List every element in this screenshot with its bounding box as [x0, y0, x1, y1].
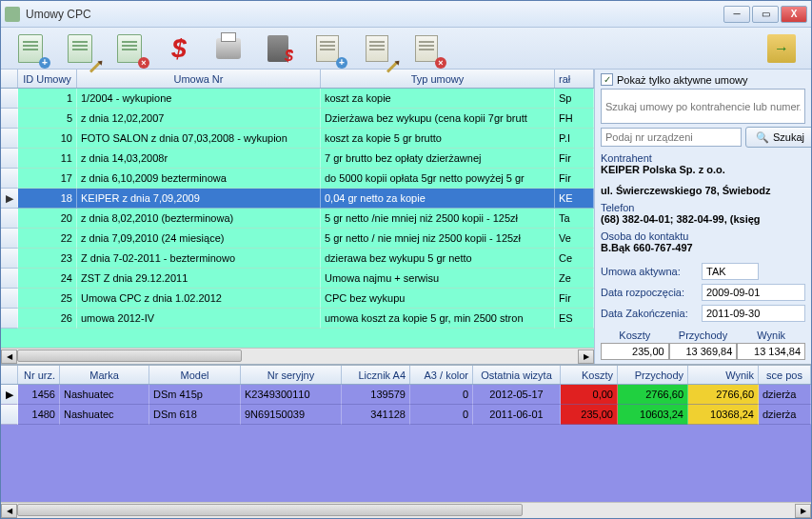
table-row[interactable]: 23Z dnia 7-02-2011 - bezterminowodzieraw…: [1, 249, 594, 269]
kontrahent-value: KEIPER Polska Sp. z o.o.: [601, 164, 805, 175]
row-selector[interactable]: [1, 405, 18, 425]
col-wizyta[interactable]: Ostatnia wizyta: [473, 366, 561, 384]
row-selector[interactable]: [1, 249, 18, 269]
table-row[interactable]: ▶18KEIPER z dnia 7,09,20090,04 gr netto …: [1, 189, 594, 209]
app-window: Umowy CPC ─ ▭ X + × $ + × ID Umowy Umowa…: [0, 0, 812, 519]
app-icon: [5, 7, 20, 22]
aktywna-label: Umowa aktywna:: [601, 266, 696, 277]
device-number-input[interactable]: [601, 128, 742, 147]
table-row[interactable]: 26umowa 2012-IVumowa koszt za kopie 5 gr…: [1, 309, 594, 329]
scroll-right-icon[interactable]: ▶: [578, 349, 594, 364]
total-wynik: 13 134,84: [737, 343, 805, 360]
table-row[interactable]: 24ZST Z dnia 29.12.2011Umowa najmu + ser…: [1, 269, 594, 289]
col-koszty[interactable]: Koszty: [561, 366, 618, 384]
devices-grid[interactable]: Nr urz. Marka Model Nr seryjny Licznik A…: [1, 366, 811, 518]
start-value: 2009-09-01: [702, 284, 805, 301]
search-contract-input[interactable]: [601, 89, 805, 124]
telefon-label: Telefon: [601, 202, 805, 213]
devices-hscroll[interactable]: ◀ ▶: [1, 502, 811, 518]
row-selector[interactable]: [1, 209, 18, 229]
search-button[interactable]: 🔍 Szukaj: [745, 127, 811, 148]
col-typ[interactable]: Typ umowy: [321, 70, 555, 88]
close-button[interactable]: X: [781, 6, 807, 23]
devices-header: Nr urz. Marka Model Nr seryjny Licznik A…: [1, 366, 811, 385]
titlebar: Umowy CPC ─ ▭ X: [1, 1, 811, 28]
doc-delete-button[interactable]: ×: [408, 30, 445, 67]
row-selector[interactable]: [1, 289, 18, 309]
row-selector[interactable]: [1, 89, 18, 109]
details-panel: ✓ Pokaż tylko aktywne umowy 🔍 Szukaj Kon…: [594, 70, 811, 364]
col-kolor[interactable]: A3 / kolor: [410, 366, 473, 384]
doc-add-button[interactable]: +: [309, 30, 346, 67]
window-title: Umowy CPC: [26, 8, 723, 21]
osoba-label: Osoba do kontaktu: [601, 230, 805, 242]
row-selector[interactable]: [1, 309, 18, 329]
kontrahent-label: Kontrahent: [601, 152, 805, 164]
row-selector[interactable]: [1, 149, 18, 169]
col-marka[interactable]: Marka: [60, 366, 149, 384]
total-przychody: 13 369,84: [669, 343, 738, 360]
col-przychody[interactable]: Przychody: [618, 366, 688, 384]
row-selector[interactable]: [1, 229, 18, 249]
table-row[interactable]: 25Umowa CPC z dnia 1.02.2012CPC bez wyku…: [1, 289, 594, 309]
new-contract-button[interactable]: +: [12, 30, 49, 67]
contracts-grid[interactable]: ID Umowy Umowa Nr Typ umowy rał 11/2004 …: [1, 70, 594, 364]
col-nr-urz[interactable]: Nr urz.: [18, 366, 60, 384]
col-id[interactable]: ID Umowy: [18, 70, 77, 88]
doc-edit-button[interactable]: [359, 30, 395, 67]
col-kontrahent[interactable]: rał: [555, 70, 594, 88]
table-row[interactable]: 17z dnia 6,10,2009 bezterminowado 5000 k…: [1, 169, 594, 189]
col-licznik[interactable]: Licznik A4: [342, 366, 410, 384]
totals-row: Koszty235,00 Przychody13 369,84 Wynik13 …: [601, 328, 805, 360]
row-selector[interactable]: ▶: [1, 189, 18, 209]
end-label: Data Zakończenia:: [601, 308, 696, 319]
toolbar: + × $ + ×: [1, 28, 811, 70]
row-selector[interactable]: [1, 169, 18, 189]
row-selector[interactable]: [1, 269, 18, 289]
row-selector[interactable]: [1, 129, 18, 149]
col-nr[interactable]: Umowa Nr: [77, 70, 321, 88]
grid-hscroll[interactable]: ◀ ▶: [1, 348, 594, 364]
col-model[interactable]: Model: [149, 366, 241, 384]
edit-contract-button[interactable]: [62, 30, 98, 67]
scroll-left-icon[interactable]: ◀: [1, 504, 17, 518]
row-selector[interactable]: [1, 109, 18, 129]
active-only-checkbox[interactable]: ✓: [601, 73, 613, 86]
calc-cost-button[interactable]: [260, 30, 296, 67]
telefon-value: (68) 382-04-01; 382-04-99, (księg: [601, 213, 805, 225]
active-only-label: Pokaż tylko aktywne umowy: [617, 74, 748, 86]
minimize-button[interactable]: ─: [723, 6, 750, 23]
osoba-value: B.Bąk 660-767-497: [601, 242, 805, 253]
exit-button[interactable]: [763, 30, 800, 67]
address-value: ul. Świerczewskiego 78, Świebodz: [601, 185, 805, 196]
scroll-right-icon[interactable]: ▶: [795, 504, 811, 518]
table-row[interactable]: 5z dnia 12,02,2007Dzierżawa bez wykupu (…: [1, 109, 594, 129]
table-row[interactable]: 22z dnia 7,09,2010 (24 miesiące)5 gr net…: [1, 229, 594, 249]
print-button[interactable]: [210, 30, 247, 67]
row-selector[interactable]: ▶: [1, 385, 18, 405]
scroll-left-icon[interactable]: ◀: [1, 349, 17, 364]
grid-header: ID Umowy Umowa Nr Typ umowy rał: [1, 70, 594, 89]
table-row[interactable]: ▶1456NashuatecDSm 415pK23493001101395790…: [1, 385, 811, 405]
col-sce[interactable]: sce pos: [759, 366, 811, 384]
col-wynik[interactable]: Wynik: [688, 366, 759, 384]
table-row[interactable]: 1480NashuatecDSm 6189N691500393411280201…: [1, 405, 811, 425]
end-value: 2011-09-30: [702, 305, 805, 322]
delete-contract-button[interactable]: ×: [111, 30, 148, 67]
table-row[interactable]: 11z dnia 14,03,2008r7 gr brutto bez opła…: [1, 149, 594, 169]
total-koszty: 235,00: [601, 343, 669, 360]
binoculars-icon: 🔍: [756, 131, 769, 144]
aktywna-value: TAK: [702, 263, 759, 280]
cost-button[interactable]: $: [161, 30, 197, 67]
col-seryjny[interactable]: Nr seryjny: [241, 366, 342, 384]
maximize-button[interactable]: ▭: [752, 6, 779, 23]
table-row[interactable]: 20z dnia 8,02,2010 (bezterminowa)5 gr ne…: [1, 209, 594, 229]
table-row[interactable]: 11/2004 - wykupionekoszt za kopieSp: [1, 89, 594, 109]
start-label: Data rozpoczęcia:: [601, 287, 696, 298]
table-row[interactable]: 10FOTO SALON z dnia 07,03,2008 - wykupio…: [1, 129, 594, 149]
